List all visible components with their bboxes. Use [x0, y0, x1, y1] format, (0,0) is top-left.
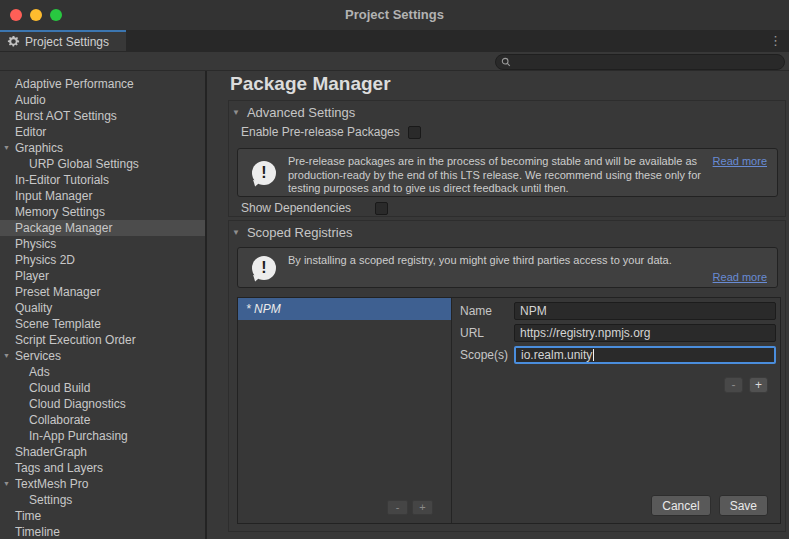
sidebar-item-collaborate[interactable]: ▼ Collaborate — [0, 412, 205, 428]
foldout-arrow-icon: ▼ — [232, 228, 240, 237]
tab-project-settings[interactable]: Project Settings — [0, 30, 126, 51]
section-header-label: Scoped Registries — [247, 225, 353, 240]
sidebar-item-tags-and-layers[interactable]: ▼ Tags and Layers — [0, 460, 205, 476]
sidebar-item-adaptive-performance[interactable]: ▼ Adaptive Performance — [0, 76, 205, 92]
prerelease-info-box: ! Pre-release packages are in the proces… — [237, 148, 778, 197]
kebab-menu-icon[interactable]: ⋮ — [769, 32, 782, 50]
scoped-registry-info-box: ! By installing a scoped registry, you m… — [237, 247, 778, 288]
sidebar-item-label: In-Editor Tutorials — [15, 173, 109, 187]
foldout-arrow-icon[interactable]: ▼ — [3, 144, 10, 151]
sidebar-item-in-app-purchasing[interactable]: ▼ In-App Purchasing — [0, 428, 205, 444]
registry-list: * NPM - + — [238, 298, 452, 523]
name-value: NPM — [520, 304, 547, 318]
sidebar-item-input-manager[interactable]: ▼ Input Manager — [0, 188, 205, 204]
sidebar-item-in-editor-tutorials[interactable]: ▼ In-Editor Tutorials — [0, 172, 205, 188]
scopes-field[interactable]: io.realm.unity — [514, 346, 776, 364]
sidebar-item-label: Cloud Diagnostics — [29, 397, 126, 411]
scope-buttons: - + — [724, 377, 768, 393]
name-field[interactable]: NPM — [514, 302, 776, 320]
sidebar-item-label: Adaptive Performance — [15, 77, 134, 91]
registry-list-item-npm[interactable]: * NPM — [238, 298, 451, 320]
sidebar-item-label: Physics 2D — [15, 253, 75, 267]
sidebar-item-label: Player — [15, 269, 49, 283]
show-dependencies-checkbox[interactable] — [375, 202, 388, 215]
sidebar-item-settings[interactable]: ▼ Settings — [0, 492, 205, 508]
foldout-arrow-icon[interactable]: ▼ — [3, 480, 10, 487]
sidebar-item-textmesh-pro[interactable]: ▼ TextMesh Pro — [0, 476, 205, 492]
page-title: Package Manager — [230, 73, 391, 95]
sidebar-item-audio[interactable]: ▼ Audio — [0, 92, 205, 108]
foldout-arrow-icon[interactable]: ▼ — [3, 352, 10, 359]
save-button[interactable]: Save — [719, 495, 768, 516]
sidebar-item-quality[interactable]: ▼ Quality — [0, 300, 205, 316]
sidebar-item-editor[interactable]: ▼ Editor — [0, 124, 205, 140]
sidebar-item-graphics[interactable]: ▼ Graphics — [0, 140, 205, 156]
toolbar — [0, 52, 789, 71]
scopes-label: Scope(s) — [460, 348, 514, 362]
tab-bar: Project Settings ⋮ — [0, 30, 789, 52]
add-scope-button[interactable]: + — [749, 377, 768, 393]
registry-list-buttons: - + — [387, 500, 433, 515]
sidebar-item-label: Physics — [15, 237, 56, 251]
sidebar-item-burst-aot-settings[interactable]: ▼ Burst AOT Settings — [0, 108, 205, 124]
sidebar-item-label: Input Manager — [15, 189, 92, 203]
sidebar-item-label: In-App Purchasing — [29, 429, 128, 443]
add-registry-button[interactable]: + — [412, 500, 433, 515]
sidebar-item-memory-settings[interactable]: ▼ Memory Settings — [0, 204, 205, 220]
sidebar-item-script-execution-order[interactable]: ▼ Script Execution Order — [0, 332, 205, 348]
sidebar-item-label: Cloud Build — [29, 381, 90, 395]
sidebar-item-label: Script Execution Order — [15, 333, 136, 347]
sidebar-item-label: Preset Manager — [15, 285, 100, 299]
search-icon — [501, 57, 511, 67]
sidebar-item-package-manager[interactable]: ▼ Package Manager — [0, 220, 205, 236]
cancel-button[interactable]: Cancel — [651, 495, 710, 516]
sidebar-item-services[interactable]: ▼ Services — [0, 348, 205, 364]
registry-item-label: * NPM — [246, 302, 281, 316]
sidebar-item-label: Graphics — [15, 141, 63, 155]
sidebar-item-physics-2d[interactable]: ▼ Physics 2D — [0, 252, 205, 268]
sidebar-item-cloud-diagnostics[interactable]: ▼ Cloud Diagnostics — [0, 396, 205, 412]
remove-scope-button[interactable]: - — [724, 377, 743, 393]
tab-label: Project Settings — [25, 35, 109, 49]
sidebar-item-label: Scene Template — [15, 317, 101, 331]
sidebar-item-label: Timeline — [15, 525, 60, 539]
enable-prerelease-checkbox[interactable] — [408, 126, 421, 139]
sidebar-item-ads[interactable]: ▼ Ads — [0, 364, 205, 380]
read-more-link[interactable]: Read more — [713, 271, 767, 283]
show-dependencies-label: Show Dependencies — [241, 201, 351, 215]
scoped-registries-foldout[interactable]: ▼ Scoped Registries — [232, 225, 352, 240]
gear-icon — [7, 35, 20, 48]
advanced-settings-foldout[interactable]: ▼ Advanced Settings — [232, 105, 355, 120]
sidebar-item-time[interactable]: ▼ Time — [0, 508, 205, 524]
prerelease-info-text: Pre-release packages are in the process … — [288, 155, 726, 196]
scoped-registries-section: ▼ Scoped Registries ! By installing a sc… — [228, 220, 786, 532]
warning-icon: ! — [252, 256, 276, 280]
sidebar-item-label: Memory Settings — [15, 205, 105, 219]
url-label: URL — [460, 326, 514, 340]
sidebar-item-label: Settings — [29, 493, 72, 507]
sidebar-item-label: Tags and Layers — [15, 461, 103, 475]
sidebar-item-physics[interactable]: ▼ Physics — [0, 236, 205, 252]
sidebar-item-label: URP Global Settings — [29, 157, 139, 171]
sidebar-item-cloud-build[interactable]: ▼ Cloud Build — [0, 380, 205, 396]
remove-registry-button[interactable]: - — [387, 500, 408, 515]
sidebar-item-preset-manager[interactable]: ▼ Preset Manager — [0, 284, 205, 300]
sidebar-item-timeline[interactable]: ▼ Timeline — [0, 524, 205, 539]
search-box[interactable] — [495, 54, 785, 70]
settings-content: Package Manager ▼ Advanced Settings Enab… — [209, 71, 789, 539]
registry-editor-panel: * NPM - + Name NPM URL https://reg — [237, 297, 781, 524]
scoped-registry-info-text: By installing a scoped registry, you mig… — [288, 254, 758, 268]
search-input[interactable] — [514, 55, 779, 69]
scopes-value: io.realm.unity — [521, 348, 592, 362]
sidebar-item-player[interactable]: ▼ Player — [0, 268, 205, 284]
sidebar-item-label: Ads — [29, 365, 50, 379]
url-field[interactable]: https://registry.npmjs.org — [514, 324, 776, 342]
sidebar-item-label: Services — [15, 349, 61, 363]
sidebar-item-label: Audio — [15, 93, 46, 107]
sidebar-item-urp-global-settings[interactable]: ▼ URP Global Settings — [0, 156, 205, 172]
sidebar-item-scene-template[interactable]: ▼ Scene Template — [0, 316, 205, 332]
read-more-link[interactable]: Read more — [713, 155, 767, 167]
url-value: https://registry.npmjs.org — [520, 326, 651, 340]
title-bar: Project Settings — [0, 0, 789, 31]
sidebar-item-shadergraph[interactable]: ▼ ShaderGraph — [0, 444, 205, 460]
